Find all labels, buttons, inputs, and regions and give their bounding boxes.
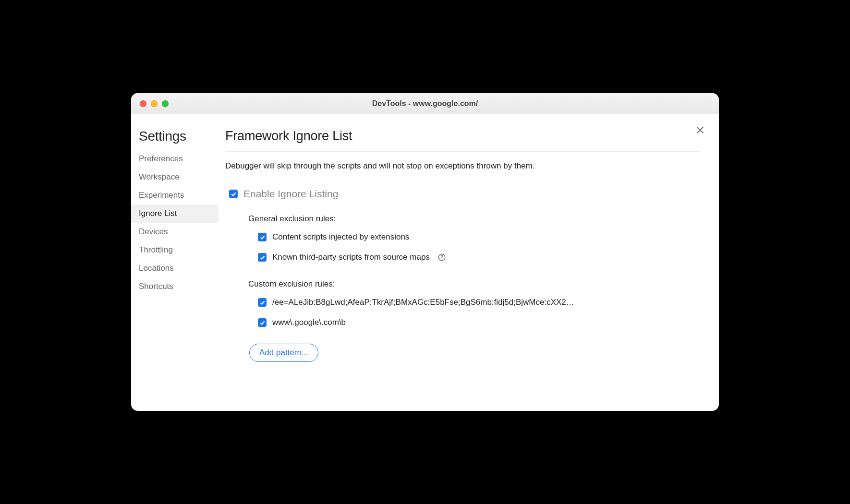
- sidebar-item-experiments[interactable]: Experiments: [131, 186, 219, 204]
- custom-rule-1-checkbox[interactable]: [258, 298, 267, 307]
- window-title: DevTools - www.google.com/: [131, 99, 719, 108]
- minimize-window-button[interactable]: [151, 100, 158, 107]
- sidebar-item-locations[interactable]: Locations: [131, 259, 219, 277]
- custom-rule-1-label[interactable]: /ee=ALeJib:B8gLwd;AfeaP:TkrAjf;BMxAGc:E5…: [272, 298, 574, 307]
- content-scripts-checkbox[interactable]: [258, 233, 267, 241]
- third-party-scripts-label: Known third-party scripts from source ma…: [272, 252, 430, 262]
- titlebar: DevTools - www.google.com/: [131, 93, 719, 114]
- description-text: Debugger will skip through the scripts a…: [225, 161, 700, 171]
- general-rules-heading: General exclusion rules:: [248, 214, 700, 224]
- content-scripts-label: Content scripts injected by extensions: [272, 232, 409, 242]
- general-rule-row: Known third-party scripts from source ma…: [258, 252, 700, 262]
- maximize-window-button[interactable]: [162, 100, 169, 107]
- page-title: Framework Ignore List: [225, 129, 700, 151]
- enable-ignore-listing-label: Enable Ignore Listing: [243, 188, 338, 200]
- sidebar-item-ignore-list[interactable]: Ignore List: [131, 204, 219, 223]
- close-window-button[interactable]: [140, 100, 146, 107]
- third-party-scripts-checkbox[interactable]: [258, 253, 267, 262]
- enable-ignore-listing-row: Enable Ignore Listing: [229, 188, 700, 200]
- settings-sidebar: Settings Preferences Workspace Experimen…: [131, 114, 219, 411]
- sidebar-item-workspace[interactable]: Workspace: [131, 168, 219, 186]
- help-icon[interactable]: [437, 253, 446, 262]
- main-panel: Framework Ignore List Debugger will skip…: [219, 114, 719, 411]
- sidebar-title: Settings: [131, 129, 219, 150]
- enable-ignore-listing-checkbox[interactable]: [229, 190, 238, 198]
- custom-rule-2-label[interactable]: www\.google\.com\b: [272, 318, 346, 327]
- devtools-settings-window: DevTools - www.google.com/ Settings Pref…: [131, 93, 719, 411]
- custom-rule-2-checkbox[interactable]: [258, 318, 267, 327]
- custom-rules-heading: Custom exclusion rules:: [248, 279, 700, 289]
- custom-rule-row: www\.google\.com\b: [258, 318, 700, 327]
- sidebar-item-throttling[interactable]: Throttling: [131, 241, 219, 259]
- add-pattern-button[interactable]: Add pattern...: [249, 344, 318, 362]
- sidebar-item-preferences[interactable]: Preferences: [131, 150, 219, 168]
- sidebar-item-shortcuts[interactable]: Shortcuts: [131, 277, 219, 296]
- custom-rules-section: Custom exclusion rules: /ee=ALeJib:B8gLw…: [225, 279, 700, 362]
- content-area: Settings Preferences Workspace Experimen…: [131, 114, 719, 411]
- general-rule-row: Content scripts injected by extensions: [258, 232, 700, 242]
- sidebar-item-devices[interactable]: Devices: [131, 223, 219, 241]
- close-icon[interactable]: [695, 125, 705, 135]
- custom-rule-row: /ee=ALeJib:B8gLwd;AfeaP:TkrAjf;BMxAGc:E5…: [258, 298, 700, 307]
- divider: [225, 151, 700, 152]
- svg-point-1: [441, 259, 442, 259]
- traffic-lights: [140, 100, 169, 107]
